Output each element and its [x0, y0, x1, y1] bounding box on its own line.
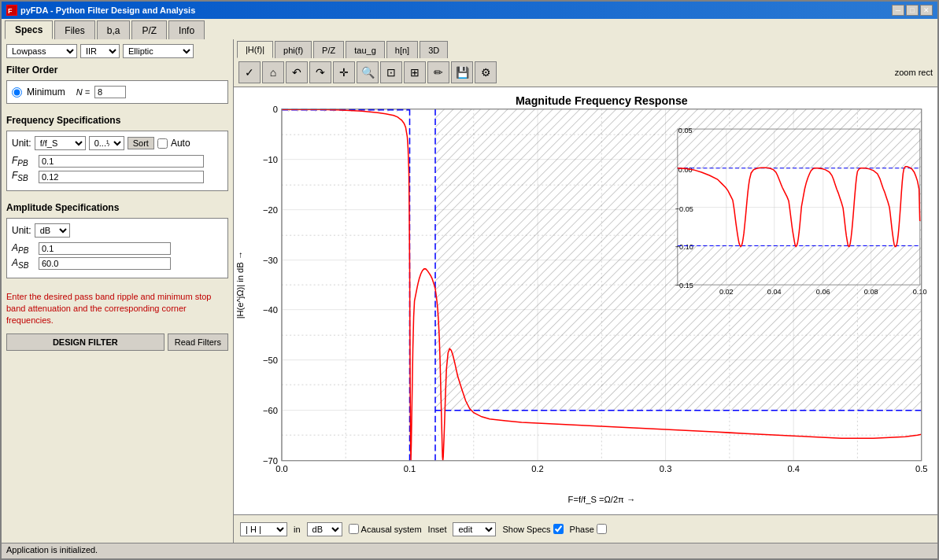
svg-text:−30: −30: [263, 256, 278, 265]
freq-specs-section: Unit: f/f_S Hz 0...½ 0...1 Sort Auto FPB: [6, 131, 228, 191]
show-specs-checkbox[interactable]: [553, 524, 564, 534]
read-filters-button[interactable]: Read Filters: [168, 333, 228, 351]
main-window: F pyFDA - Python Filter Design and Analy…: [0, 0, 939, 560]
titlebar-left: F pyFDA - Python Filter Design and Analy…: [6, 5, 195, 16]
acausal-checkbox[interactable]: [349, 524, 359, 534]
redo-button[interactable]: ↷: [309, 61, 331, 83]
plot-tab-3d[interactable]: 3D: [420, 41, 448, 58]
sort-button[interactable]: Sort: [128, 137, 154, 149]
save-button[interactable]: 💾: [451, 61, 473, 83]
plot-tab-hf[interactable]: |H(f)|: [237, 41, 273, 58]
svg-text:0.3: 0.3: [660, 464, 672, 473]
minimum-radio[interactable]: [12, 87, 22, 98]
content-area: Lowpass Highpass Bandpass Bandstop IIR F…: [2, 39, 937, 543]
n-label: N =: [76, 87, 90, 97]
amp-unit-select[interactable]: dB lin: [35, 223, 70, 238]
apb-row: APB: [12, 242, 223, 255]
svg-text:−40: −40: [263, 305, 278, 315]
auto-checkbox[interactable]: [157, 138, 168, 149]
fpb-input[interactable]: [39, 155, 204, 168]
svg-text:0.0: 0.0: [275, 464, 288, 473]
filter-order-row: Minimum N =: [12, 86, 223, 98]
tab-files[interactable]: Files: [54, 20, 94, 39]
db-select[interactable]: dB lin: [307, 522, 342, 536]
x-axis-label: F=f/f_S =Ω/2π →: [568, 495, 636, 504]
undo-button[interactable]: ↶: [286, 61, 308, 83]
design-filter-button[interactable]: DESIGN FILTER: [6, 333, 165, 351]
maximize-button[interactable]: □: [906, 5, 919, 16]
iir-select[interactable]: IIR FIR: [80, 44, 120, 58]
svg-text:0.5: 0.5: [915, 464, 928, 473]
acausal-label-container: Acausal system: [349, 524, 422, 534]
amp-specs-section: Unit: dB lin APB ASB: [6, 218, 228, 278]
tab-specs[interactable]: Specs: [5, 20, 53, 39]
svg-text:0.08: 0.08: [864, 288, 878, 296]
app-icon: F: [6, 5, 17, 16]
svg-text:0.06: 0.06: [816, 288, 830, 296]
fsb-row: FSB: [12, 170, 223, 182]
home-button[interactable]: ⌂: [262, 61, 284, 83]
plot-title: Magnitude Frequency Response: [516, 94, 688, 107]
order-value-input[interactable]: [94, 86, 126, 98]
apb-input[interactable]: [39, 242, 171, 255]
h-select[interactable]: | H | H: [240, 522, 287, 536]
check-button[interactable]: ✓: [238, 61, 261, 83]
svg-text:0.10: 0.10: [913, 288, 927, 296]
fpb-row: FPB: [12, 155, 223, 168]
tab-ba[interactable]: b,a: [97, 20, 131, 39]
svg-text:−60: −60: [263, 406, 278, 415]
freq-unit-select[interactable]: f/f_S Hz: [35, 136, 86, 150]
plot-tab-tau[interactable]: tau_g: [346, 41, 385, 58]
grid-button[interactable]: ⊞: [404, 61, 426, 83]
amp-specs-header: Amplitude Specifications: [6, 202, 228, 213]
phase-checkbox[interactable]: [597, 524, 607, 534]
freq-range-select[interactable]: 0...½ 0...1: [89, 136, 124, 150]
inset-label: Inset: [428, 525, 447, 534]
inset-hatch-upper: [678, 129, 920, 168]
x-labels: 0.0 0.1 0.2 0.3 0.4 0.5: [275, 464, 927, 473]
status-bar: Application is initialized.: [2, 543, 937, 558]
svg-text:−10: −10: [263, 155, 278, 164]
edit-button[interactable]: ✏: [427, 61, 449, 83]
plot-tab-phi[interactable]: phi(f): [275, 41, 312, 58]
plot-area: Magnitude Frequency Response |H(e^jΩ)| i…: [234, 87, 937, 514]
design-method-select[interactable]: Elliptic Butterworth Chebyshev 1 Chebysh…: [123, 44, 194, 58]
asb-label: ASB: [12, 257, 35, 270]
auto-label: Auto: [171, 138, 190, 149]
fsb-input[interactable]: [39, 171, 204, 183]
pan-button[interactable]: ✛: [333, 61, 355, 83]
close-button[interactable]: ✕: [920, 5, 933, 16]
svg-text:−20: −20: [263, 205, 278, 215]
zoom-out-button[interactable]: ⊡: [380, 61, 402, 83]
y-labels: 0 −10 −20 −30 −40 −50 −60 −70: [263, 105, 278, 466]
fpb-label: FPB: [12, 155, 35, 168]
svg-text:0: 0: [273, 105, 278, 114]
tab-info[interactable]: Info: [168, 20, 205, 39]
action-buttons: DESIGN FILTER Read Filters: [6, 333, 228, 351]
settings-button[interactable]: ⚙: [475, 61, 497, 83]
zoom-button[interactable]: 🔍: [357, 61, 379, 83]
inset-select[interactable]: edit off: [453, 522, 496, 536]
svg-text:0.02: 0.02: [719, 288, 734, 296]
magnitude-plot: Magnitude Frequency Response |H(e^jΩ)| i…: [234, 87, 937, 514]
tab-pz[interactable]: P/Z: [131, 20, 167, 39]
plot-toolbar: ✓ ⌂ ↶ ↷ ✛ 🔍 ⊡ ⊞ ✏ 💾 ⚙ zoom rect: [234, 58, 937, 87]
minimize-button[interactable]: ─: [892, 5, 904, 16]
acausal-label: Acausal system: [361, 525, 422, 534]
plot-tab-hn[interactable]: h[n]: [386, 41, 418, 58]
plot-tabs: |H(f)| phi(f) P/Z tau_g h[n] 3D: [234, 39, 937, 58]
right-panel: |H(f)| phi(f) P/Z tau_g h[n] 3D ✓ ⌂ ↶ ↷ …: [234, 39, 937, 543]
filter-order-section: Minimum N =: [6, 80, 228, 104]
plot-tab-pz[interactable]: P/Z: [313, 41, 344, 58]
show-specs-label: Show Specs: [502, 525, 550, 534]
y-axis-label: |H(e^jΩ)| in dB →: [235, 251, 245, 319]
phase-container: Phase: [570, 524, 607, 534]
info-text: Enter the desired pass band ripple and m…: [6, 291, 228, 327]
fsb-label: FSB: [12, 170, 35, 182]
asb-input[interactable]: [39, 257, 171, 270]
asb-row: ASB: [12, 257, 223, 270]
filter-selects: Lowpass Highpass Bandpass Bandstop IIR F…: [6, 44, 228, 58]
filter-type-select[interactable]: Lowpass Highpass Bandpass Bandstop: [6, 44, 77, 58]
amp-unit-label: Unit:: [12, 225, 31, 236]
left-panel: Lowpass Highpass Bandpass Bandstop IIR F…: [2, 39, 234, 543]
